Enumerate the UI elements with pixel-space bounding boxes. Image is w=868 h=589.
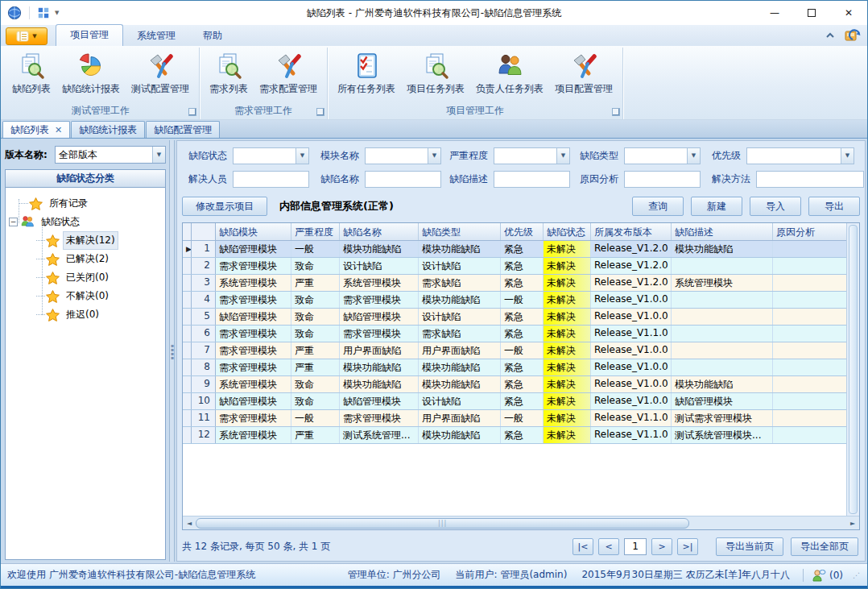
vertical-scrollbar-thumb[interactable] [849, 225, 858, 514]
minimize-button[interactable]: — [756, 1, 793, 25]
tree-collapse-icon[interactable]: − [9, 218, 18, 226]
table-cell[interactable]: 致命 [291, 393, 340, 409]
table-cell[interactable] [773, 309, 846, 325]
export-all-pages-button[interactable]: 导出全部页 [791, 537, 858, 556]
dialog-launcher-icon[interactable] [612, 108, 620, 116]
chevron-up-icon[interactable] [824, 30, 837, 41]
table-cell[interactable]: 紧急 [501, 275, 544, 291]
table-cell[interactable]: 缺陷管理模块 [340, 393, 419, 409]
import-button[interactable]: 导入 [750, 197, 801, 216]
table-cell[interactable] [672, 359, 773, 375]
table-cell[interactable]: 模块功能缺陷 [340, 359, 419, 375]
table-cell[interactable]: 模块功能缺陷 [340, 241, 419, 257]
table-cell[interactable]: 紧急 [501, 359, 544, 375]
export-current-page-button[interactable]: 导出当前页 [716, 537, 783, 556]
table-cell[interactable]: 未解决 [544, 326, 591, 342]
table-cell[interactable]: 测试需求管理模块 [672, 410, 773, 426]
table-cell[interactable]: 测试系统管理... [340, 427, 419, 443]
row-number-cell[interactable]: 7 [192, 342, 216, 359]
table-cell[interactable]: 未解决 [544, 376, 591, 392]
table-cell[interactable]: 需求管理模块 [216, 258, 291, 274]
table-cell[interactable]: Release_V1.0.0 [591, 393, 672, 409]
table-cell[interactable] [672, 326, 773, 342]
version-combobox[interactable]: 全部版本 ▼ [55, 146, 166, 164]
document-tab-3[interactable]: 缺陷配置管理 [146, 121, 220, 138]
row-number-cell[interactable]: 6 [192, 326, 216, 342]
row-indicator-cell[interactable] [183, 342, 192, 359]
table-cell[interactable]: 模块功能缺陷 [419, 241, 501, 257]
table-cell[interactable]: Release_V1.2.0 [591, 275, 672, 291]
vertical-scrollbar[interactable] [846, 223, 859, 516]
table-cell[interactable]: 用户界面缺陷 [419, 342, 501, 359]
table-cell[interactable]: Release_V1.1.0 [591, 326, 672, 342]
table-cell[interactable] [773, 427, 846, 443]
tree-item-1[interactable]: 所有记录 [9, 194, 163, 213]
table-cell[interactable]: 模块功能缺陷 [419, 376, 501, 392]
row-indicator-cell[interactable] [183, 376, 192, 392]
scroll-right-icon[interactable]: ► [846, 520, 859, 527]
table-cell[interactable]: 模块功能缺陷 [419, 292, 501, 308]
grid-header-cell[interactable]: 所属发布版本 [591, 223, 672, 240]
scroll-left-icon[interactable]: ◄ [183, 520, 196, 527]
table-cell[interactable]: 紧急 [501, 393, 544, 409]
table-cell[interactable]: 需求管理模块 [216, 326, 291, 342]
table-row[interactable]: 7需求管理模块严重用户界面缺陷用户界面缺陷一般未解决Release_V1.0.0 [183, 342, 846, 359]
table-cell[interactable]: 致命 [291, 258, 340, 274]
row-indicator-cell[interactable] [183, 275, 192, 291]
table-cell[interactable]: 未解决 [544, 342, 591, 359]
grid-menu-icon[interactable] [37, 6, 50, 19]
table-cell[interactable]: 系统管理模块 [672, 275, 773, 291]
row-indicator-cell[interactable] [183, 258, 192, 274]
document-tab-2[interactable]: 缺陷统计报表 [71, 121, 145, 138]
table-cell[interactable]: 致命 [291, 292, 340, 308]
table-cell[interactable] [773, 275, 846, 291]
table-cell[interactable]: 严重 [291, 342, 340, 359]
table-cell[interactable]: 严重 [291, 359, 340, 375]
row-indicator-cell[interactable] [183, 427, 192, 443]
table-cell[interactable] [773, 376, 846, 392]
resize-grip-icon[interactable]: ⋰ [853, 571, 861, 579]
table-cell[interactable]: 需求管理模块 [216, 410, 291, 426]
grid-header-cell[interactable]: 缺陷描述 [672, 223, 773, 240]
first-page-button[interactable]: |< [572, 538, 593, 555]
table-cell[interactable]: 需求管理模块 [216, 359, 291, 375]
table-cell[interactable] [773, 326, 846, 342]
tree-item-2[interactable]: −缺陷状态 [9, 213, 163, 231]
table-cell[interactable]: 紧急 [501, 326, 544, 342]
table-cell[interactable]: Release_V1.0.0 [591, 376, 672, 392]
table-cell[interactable] [773, 393, 846, 409]
filter-dropdown[interactable]: ▼ [746, 147, 854, 164]
row-number-cell[interactable]: 1 [192, 241, 216, 257]
table-cell[interactable]: Release_V1.0.0 [591, 309, 672, 325]
table-row[interactable]: 11需求管理模块一般需求管理模块用户界面缺陷一般未解决Release_V1.1.… [183, 410, 846, 427]
quick-access-dropdown-icon[interactable]: ▼ [55, 10, 59, 16]
close-tab-icon[interactable]: ✕ [55, 126, 62, 135]
chevron-down-icon[interactable]: ▼ [428, 148, 440, 164]
table-cell[interactable]: 设计缺陷 [419, 393, 501, 409]
table-cell[interactable] [773, 359, 846, 375]
filter-input[interactable] [494, 171, 570, 188]
table-cell[interactable]: 一般 [291, 410, 340, 426]
grid-header-cell[interactable]: 缺陷模块 [216, 223, 291, 240]
table-cell[interactable] [773, 292, 846, 308]
tree-item-3[interactable]: 未解决(12) [9, 231, 163, 250]
table-cell[interactable]: 测试系统管理模块... [672, 427, 773, 443]
table-cell[interactable]: Release_V1.0.0 [591, 342, 672, 359]
filter-input[interactable] [624, 171, 701, 188]
filter-dropdown[interactable]: ▼ [365, 147, 441, 164]
table-cell[interactable]: 致命 [291, 326, 340, 342]
table-cell[interactable]: Release_V1.0.0 [591, 359, 672, 375]
table-row[interactable]: 4需求管理模块致命需求管理模块模块功能缺陷一般未解决Release_V1.0.0 [183, 292, 846, 309]
dialog-launcher-icon[interactable] [316, 108, 324, 116]
table-cell[interactable]: 需求管理模块 [216, 342, 291, 359]
ribbon-button[interactable]: 缺陷统计报表 [56, 50, 126, 97]
table-cell[interactable]: 致命 [291, 309, 340, 325]
ribbon-tab-1[interactable]: 项目管理 [56, 24, 123, 46]
table-cell[interactable] [672, 292, 773, 308]
table-cell[interactable] [773, 410, 846, 426]
ribbon-button[interactable]: 需求配置管理 [254, 50, 323, 97]
grid-header-cell[interactable] [192, 223, 216, 240]
ribbon-button[interactable]: 需求列表 [204, 50, 254, 97]
table-row[interactable]: 2需求管理模块致命设计缺陷设计缺陷紧急未解决Release_V1.2.0 [183, 258, 846, 275]
modify-columns-button[interactable]: 修改显示项目 [182, 197, 267, 216]
